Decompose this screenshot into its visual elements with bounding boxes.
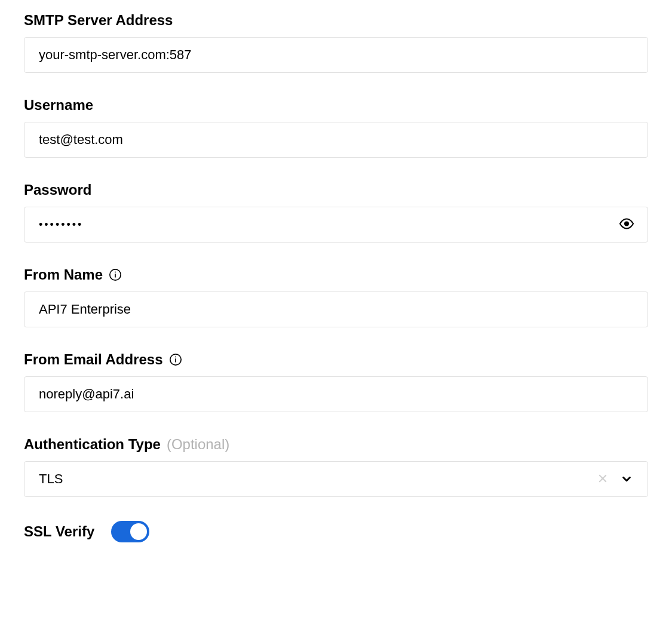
eye-icon bbox=[619, 217, 634, 233]
from-email-input[interactable] bbox=[24, 376, 648, 412]
password-label: Password bbox=[24, 182, 648, 198]
auth-type-value: TLS bbox=[39, 471, 595, 487]
close-icon bbox=[597, 473, 608, 486]
from-email-label-text: From Email Address bbox=[24, 351, 163, 368]
from-name-input[interactable] bbox=[24, 292, 648, 327]
from-email-group: From Email Address bbox=[24, 351, 648, 412]
from-email-label: From Email Address bbox=[24, 351, 648, 368]
info-icon[interactable] bbox=[169, 353, 182, 366]
password-input[interactable] bbox=[24, 207, 648, 243]
from-name-label: From Name bbox=[24, 266, 648, 283]
info-icon[interactable] bbox=[109, 268, 122, 281]
username-label-text: Username bbox=[24, 97, 93, 113]
password-wrapper bbox=[24, 207, 648, 243]
smtp-address-label: SMTP Server Address bbox=[24, 12, 648, 29]
auth-type-optional: (Optional) bbox=[167, 436, 229, 453]
svg-point-3 bbox=[115, 272, 116, 273]
ssl-verify-toggle[interactable] bbox=[111, 521, 149, 542]
auth-type-label-text: Authentication Type bbox=[24, 436, 161, 453]
username-label: Username bbox=[24, 97, 648, 113]
smtp-address-label-text: SMTP Server Address bbox=[24, 12, 173, 29]
from-name-label-text: From Name bbox=[24, 266, 103, 283]
smtp-address-group: SMTP Server Address bbox=[24, 12, 648, 73]
ssl-verify-label: SSL Verify bbox=[24, 523, 94, 540]
auth-type-clear-button[interactable] bbox=[595, 471, 610, 488]
from-name-group: From Name bbox=[24, 266, 648, 327]
auth-type-group: Authentication Type (Optional) TLS bbox=[24, 436, 648, 497]
svg-point-0 bbox=[625, 222, 628, 226]
chevron-down-icon bbox=[620, 472, 633, 486]
toggle-knob bbox=[130, 523, 147, 540]
username-input[interactable] bbox=[24, 122, 648, 158]
password-visibility-toggle[interactable] bbox=[616, 213, 637, 237]
password-label-text: Password bbox=[24, 182, 91, 198]
auth-type-select[interactable]: TLS bbox=[24, 461, 648, 497]
ssl-verify-group: SSL Verify bbox=[24, 521, 648, 542]
auth-type-label: Authentication Type (Optional) bbox=[24, 436, 648, 453]
username-group: Username bbox=[24, 97, 648, 158]
svg-point-6 bbox=[175, 357, 176, 358]
smtp-address-input[interactable] bbox=[24, 37, 648, 73]
password-group: Password bbox=[24, 182, 648, 243]
